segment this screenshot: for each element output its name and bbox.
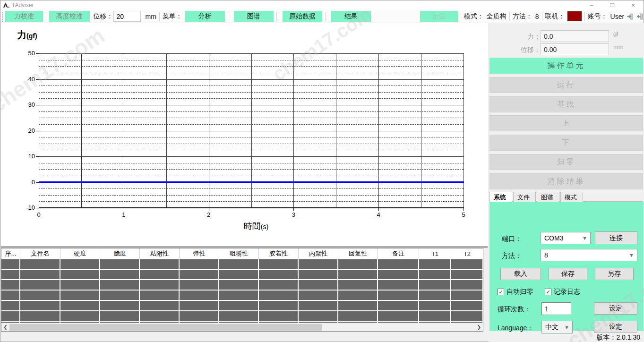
table-row[interactable] — [1, 259, 483, 269]
horizontal-scrollbar[interactable]: ❮ ❯ — [1, 323, 483, 331]
table-cell — [100, 270, 139, 279]
force-calibration-button[interactable]: 力校准 — [5, 11, 43, 22]
table-cell — [378, 280, 418, 290]
table-cell — [299, 311, 337, 321]
column-header-13[interactable]: T2 — [451, 248, 483, 259]
language-set-button[interactable]: 设定 — [594, 321, 637, 333]
table-row[interactable] — [1, 280, 483, 290]
table-cell — [299, 291, 337, 300]
force-unit: gf — [613, 30, 618, 37]
column-header-8[interactable]: 胶着性 — [259, 248, 299, 259]
method-select[interactable]: 8 ▼ — [541, 249, 637, 261]
action-button-5[interactable]: 下 — [489, 135, 643, 151]
action-button-1[interactable]: 操作单元 — [489, 58, 643, 74]
displacement-readout-field[interactable] — [541, 43, 609, 55]
table-cell — [60, 311, 99, 321]
chevron-down-icon: ▼ — [629, 252, 634, 258]
scrollbar-thumb[interactable] — [9, 324, 322, 331]
minimize-icon[interactable]: ─ — [581, 0, 602, 10]
menu-item-2[interactable]: 图谱 — [234, 11, 274, 22]
port-select[interactable]: COM3 ▼ — [541, 232, 591, 244]
method-value: 8 — [535, 13, 539, 20]
column-header-9[interactable]: 内聚性 — [299, 248, 338, 259]
table-cell — [140, 291, 179, 300]
load-button[interactable]: 载入 — [500, 268, 541, 280]
y-tick-label: 0 — [16, 179, 35, 186]
action-button-4[interactable]: 上 — [489, 115, 643, 131]
table-cell — [378, 259, 418, 269]
menu-item-1[interactable]: 分析 — [185, 11, 225, 22]
column-header-2[interactable]: 文件名 — [20, 248, 60, 259]
connect-button[interactable]: 连接 — [595, 231, 637, 244]
table-row[interactable] — [1, 270, 483, 279]
tab-3[interactable]: 图谱 — [537, 192, 559, 202]
cycles-input[interactable] — [541, 302, 571, 315]
save-button[interactable]: 保存 — [549, 268, 587, 280]
table-cell — [100, 259, 139, 269]
table-cell — [419, 270, 450, 279]
auto-zero-checkbox[interactable]: ✓ 自动归零 — [498, 288, 533, 296]
scroll-left-icon[interactable]: ❮ — [1, 323, 9, 331]
cycles-set-button[interactable]: 设定 — [594, 302, 637, 315]
right-panel: 力： gf 位移： mm 操作单元运行基线上下归零清除结果 系统文件图谱模式 端… — [489, 23, 644, 342]
scroll-right-icon[interactable]: ❯ — [475, 323, 483, 331]
toolbar-separator — [228, 12, 228, 21]
table-row[interactable] — [1, 301, 483, 310]
save-as-button[interactable]: 另存 — [595, 268, 634, 280]
online-label: 联机： — [545, 12, 565, 21]
table-cell — [299, 301, 337, 310]
language-select[interactable]: 中文 ▼ — [541, 321, 573, 333]
tab-2[interactable]: 文件 — [513, 192, 536, 202]
displacement-input[interactable] — [113, 11, 141, 22]
app-window: TAdviser ─ ❐ ✕ 力校准 高度校准 位移： mm 菜单： 分析图谱原… — [0, 0, 644, 342]
table-row[interactable] — [1, 291, 483, 300]
column-header-10[interactable]: 回复性 — [338, 248, 378, 259]
table-cell — [1, 291, 19, 300]
action-button-6[interactable]: 归零 — [489, 154, 643, 170]
table-row[interactable] — [1, 311, 483, 321]
method-select-value: 8 — [544, 251, 548, 259]
toolbar-grip[interactable] — [1, 11, 3, 22]
cycles-label: 循环次数： — [498, 305, 531, 314]
login-icon[interactable] — [627, 13, 634, 20]
action-button-2[interactable]: 运行 — [489, 77, 643, 93]
log-checkbox[interactable]: ✓ 记录日志 — [545, 288, 580, 296]
menu-item-3[interactable]: 原始数据 — [283, 11, 322, 22]
column-header-1[interactable]: 序... — [1, 248, 20, 259]
chevron-down-icon: ▼ — [582, 235, 587, 241]
y-tick-label: 20 — [16, 127, 35, 134]
column-header-5[interactable]: 粘附性 — [140, 248, 180, 259]
column-header-12[interactable]: T1 — [419, 248, 451, 259]
menu-item-4[interactable]: 结果 — [331, 11, 371, 22]
table-cell — [1, 280, 19, 290]
column-header-3[interactable]: 硬度 — [60, 248, 100, 259]
chart-region: 力(gf) -1001020304050012345 時間(s) — [1, 23, 488, 246]
table-cell — [180, 280, 218, 290]
column-header-7[interactable]: 咀嚼性 — [219, 248, 259, 259]
height-calibration-button[interactable]: 高度校准 — [49, 11, 90, 22]
table-cell — [1, 270, 19, 279]
table-cell — [140, 270, 179, 279]
table-cell — [180, 270, 218, 279]
force-readout-field[interactable] — [541, 30, 609, 42]
menu-buttons: 分析图谱原始数据结果 — [182, 11, 371, 22]
action-button-3[interactable]: 基线 — [489, 96, 643, 112]
locate-button[interactable]: 定位 — [420, 11, 458, 22]
chevron-down-icon: ▼ — [564, 325, 569, 330]
table-cell — [378, 291, 418, 300]
logout-icon[interactable] — [636, 13, 644, 20]
restore-icon[interactable]: ❐ — [602, 0, 623, 10]
app-logo-icon — [2, 2, 10, 9]
table-cell — [338, 311, 377, 321]
table-cell — [1, 311, 19, 321]
column-header-11[interactable]: 备注 — [378, 248, 419, 259]
toolbar-separator — [584, 12, 585, 21]
table-cell — [100, 301, 139, 310]
column-header-6[interactable]: 弹性 — [180, 248, 219, 259]
table-cell — [219, 280, 258, 290]
close-icon[interactable]: ✕ — [623, 0, 644, 10]
tab-4[interactable]: 模式 — [560, 192, 583, 202]
column-header-4[interactable]: 脆度 — [100, 248, 140, 259]
tab-1[interactable]: 系统 — [489, 192, 512, 202]
action-button-7[interactable]: 清除结果 — [489, 173, 643, 189]
